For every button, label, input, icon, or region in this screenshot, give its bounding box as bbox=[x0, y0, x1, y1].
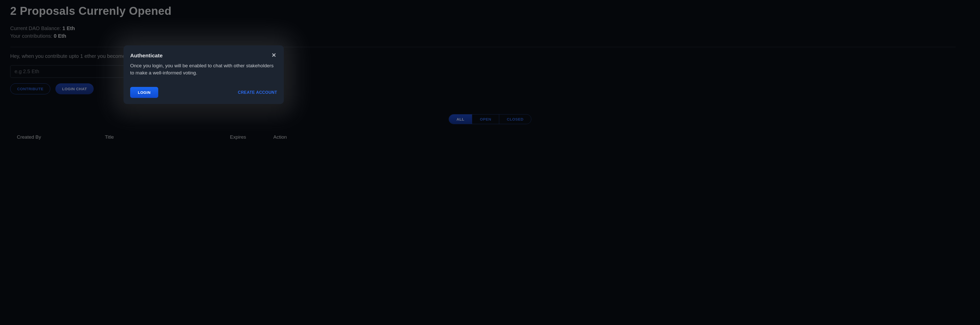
dao-balance-label: Current DAO Balance: bbox=[10, 25, 62, 31]
authenticate-modal: Authenticate ✕ Once you login, you will … bbox=[124, 45, 284, 104]
col-expires: Expires bbox=[230, 134, 273, 140]
modal-actions: LOGIN CREATE ACCOUNT bbox=[130, 87, 277, 98]
modal-title: Authenticate bbox=[130, 52, 162, 59]
close-icon[interactable]: ✕ bbox=[270, 52, 277, 58]
contribute-button[interactable]: CONTRIBUTE bbox=[10, 83, 50, 94]
col-created-by: Created By bbox=[17, 134, 105, 140]
filter-segment-wrap: ALL OPEN CLOSED bbox=[10, 114, 970, 124]
login-chat-button[interactable]: LOGIN CHAT bbox=[56, 83, 94, 94]
login-button[interactable]: LOGIN bbox=[130, 87, 158, 98]
page-title: 2 Proposals Currenly Opened bbox=[10, 5, 970, 17]
contributions-label: Your contributions: bbox=[10, 33, 54, 39]
modal-header: Authenticate ✕ bbox=[130, 52, 277, 59]
dao-balance-value: 1 Eth bbox=[62, 25, 75, 31]
filter-all[interactable]: ALL bbox=[449, 114, 473, 124]
col-action: Action bbox=[273, 134, 299, 140]
proposals-table-header: Created By Title Expires Action bbox=[10, 134, 970, 140]
contributions-value: 0 Eth bbox=[54, 33, 66, 39]
dao-balance-line: Current DAO Balance: 1 Eth bbox=[10, 24, 970, 32]
create-account-link[interactable]: CREATE ACCOUNT bbox=[238, 90, 277, 95]
filter-open[interactable]: OPEN bbox=[472, 114, 499, 124]
filter-closed[interactable]: CLOSED bbox=[499, 114, 531, 124]
col-title: Title bbox=[105, 134, 230, 140]
filter-segmented-control: ALL OPEN CLOSED bbox=[449, 114, 531, 124]
modal-body-text: Once you login, you will be enabled to c… bbox=[130, 62, 277, 76]
contributions-line: Your contributions: 0 Eth bbox=[10, 32, 970, 40]
